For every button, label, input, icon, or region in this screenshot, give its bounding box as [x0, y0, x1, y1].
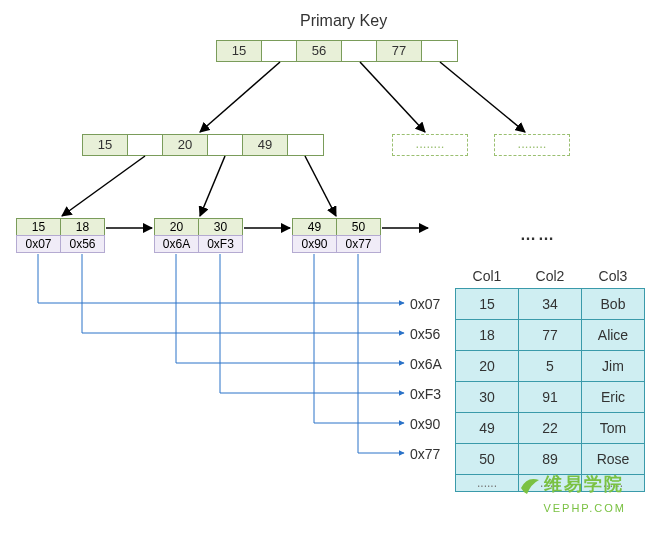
table-cell: ......	[519, 475, 582, 492]
btree-key: 15	[217, 41, 262, 61]
pointer-label: 0x90	[410, 416, 440, 432]
leaf-pointer: 0x56	[60, 235, 105, 253]
table-cell: Alice	[582, 320, 645, 351]
btree-blank	[208, 135, 243, 155]
btree-key: 20	[163, 135, 208, 155]
table-row: 20 5 Jim	[456, 351, 645, 382]
btree-blank	[288, 135, 323, 155]
btree-key: 77	[377, 41, 422, 61]
ghost-label: ........	[495, 135, 569, 155]
btree-key: 15	[83, 135, 128, 155]
btree-leaf-node: 15 18 0x07 0x56	[16, 218, 105, 253]
table-cell: Tom	[582, 413, 645, 444]
table-cell: 50	[456, 444, 519, 475]
btree-key: 49	[243, 135, 288, 155]
table-cell: 15	[456, 289, 519, 320]
btree-blank	[422, 41, 457, 61]
table-cell: 18	[456, 320, 519, 351]
leaf-key: 50	[336, 218, 381, 236]
table-cell: 20	[456, 351, 519, 382]
table-cell: 22	[519, 413, 582, 444]
btree-blank	[128, 135, 163, 155]
table-cell: 91	[519, 382, 582, 413]
btree-blank	[342, 41, 377, 61]
pointer-label: 0x6A	[410, 356, 442, 372]
pointer-label: 0x77	[410, 446, 440, 462]
data-table: Col1 Col2 Col3 15 34 Bob 18 77 Alice 20 …	[455, 262, 645, 492]
table-row-trailing: ...... ...... ......	[456, 475, 645, 492]
table-cell: Bob	[582, 289, 645, 320]
table-row: 49 22 Tom	[456, 413, 645, 444]
btree-blank	[262, 41, 297, 61]
table-header-row: Col1 Col2 Col3	[456, 262, 645, 289]
btree-ghost-node: ........	[392, 134, 468, 156]
table-header: Col2	[519, 262, 582, 289]
table-cell: 30	[456, 382, 519, 413]
table-cell: 77	[519, 320, 582, 351]
pointer-label: 0x07	[410, 296, 440, 312]
table-cell: ......	[582, 475, 645, 492]
leaf-key: 49	[292, 218, 337, 236]
svg-line-1	[360, 62, 425, 132]
table-row: 15 34 Bob	[456, 289, 645, 320]
svg-line-5	[305, 156, 336, 216]
btree-ghost-node: ........	[494, 134, 570, 156]
table-header: Col3	[582, 262, 645, 289]
table-cell: 34	[519, 289, 582, 320]
leaf-pointer: 0x90	[292, 235, 337, 253]
table-header: Col1	[456, 262, 519, 289]
table-cell: 89	[519, 444, 582, 475]
leaf-key: 20	[154, 218, 199, 236]
watermark-url: VEPHP.COM	[543, 502, 626, 514]
btree-key: 56	[297, 41, 342, 61]
ghost-label: ........	[393, 135, 467, 155]
diagram-title: Primary Key	[300, 12, 387, 30]
btree-internal-node: 15 20 49	[82, 134, 324, 156]
leaf-pointer: 0xF3	[198, 235, 243, 253]
table-cell: ......	[456, 475, 519, 492]
svg-line-4	[200, 156, 225, 216]
table-row: 18 77 Alice	[456, 320, 645, 351]
pointer-label: 0xF3	[410, 386, 441, 402]
leaf-ellipsis: ……	[520, 226, 556, 244]
table-cell: 49	[456, 413, 519, 444]
svg-line-3	[62, 156, 145, 216]
table-cell: Jim	[582, 351, 645, 382]
leaf-key: 30	[198, 218, 243, 236]
leaf-key: 18	[60, 218, 105, 236]
table-cell: Eric	[582, 382, 645, 413]
btree-root-node: 15 56 77	[216, 40, 458, 62]
table-cell: 5	[519, 351, 582, 382]
leaf-pointer: 0x77	[336, 235, 381, 253]
leaf-pointer: 0x6A	[154, 235, 199, 253]
table-row: 50 89 Rose	[456, 444, 645, 475]
svg-line-2	[440, 62, 525, 132]
table-row: 30 91 Eric	[456, 382, 645, 413]
btree-leaf-node: 20 30 0x6A 0xF3	[154, 218, 243, 253]
leaf-key: 15	[16, 218, 61, 236]
leaf-pointer: 0x07	[16, 235, 61, 253]
table-cell: Rose	[582, 444, 645, 475]
svg-line-0	[200, 62, 280, 132]
pointer-label: 0x56	[410, 326, 440, 342]
btree-leaf-node: 49 50 0x90 0x77	[292, 218, 381, 253]
